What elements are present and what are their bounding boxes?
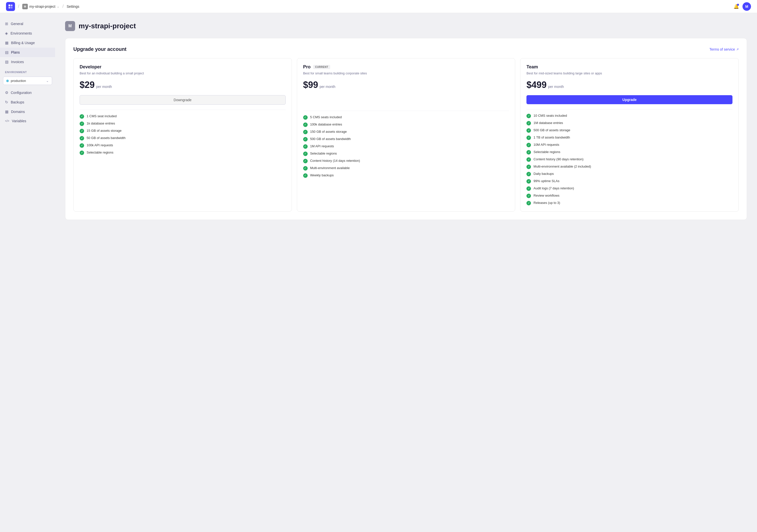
terms-of-service-link[interactable]: Terms of service ↗ — [710, 47, 739, 51]
plan-name-pro: Pro CURRENT — [303, 64, 509, 70]
topnav: / M my-strapi-project ⌄ / Settings 🔔 M — [0, 0, 757, 13]
feature-item: ✓ Content history (90 days retention) — [527, 157, 733, 162]
price-amount-team: $499 — [527, 79, 546, 90]
feature-item: ✓ 150 GB of assets storage — [303, 130, 509, 134]
billing-icon: ▦ — [5, 41, 9, 45]
plan-name-team: Team — [527, 64, 733, 70]
configuration-icon: ⚙ — [5, 90, 8, 95]
check-icon: ✓ — [527, 121, 531, 125]
user-avatar[interactable]: M — [742, 2, 751, 11]
sidebar-item-invoices[interactable]: ▧ Invoices — [0, 57, 55, 67]
downgrade-button[interactable]: Downgrade — [79, 95, 286, 105]
plan-card-developer: Developer Best for an individual buildin… — [73, 58, 292, 212]
check-icon: ✓ — [303, 151, 308, 156]
check-icon: ✓ — [79, 114, 84, 119]
feature-item: ✓ 1k database entries — [79, 121, 286, 126]
sidebar-item-variables[interactable]: </> Variables — [0, 116, 55, 125]
variables-icon: </> — [5, 119, 9, 123]
check-icon: ✓ — [303, 173, 308, 178]
check-icon: ✓ — [303, 137, 308, 141]
feature-item: ✓ 1M database entries — [527, 121, 733, 125]
feature-item: ✓ 100k API requests — [79, 143, 286, 148]
check-icon: ✓ — [527, 194, 531, 198]
check-icon: ✓ — [527, 179, 531, 184]
domains-icon: ▦ — [5, 110, 9, 114]
feature-item: ✓ 1 TB of assets bandwidth — [527, 135, 733, 140]
feature-item: ✓ 1 CMS seat included — [79, 114, 286, 119]
feature-item: ✓ 10M API requests — [527, 142, 733, 147]
page-title-row: M my-strapi-project — [65, 21, 747, 31]
feature-item: ✓ Selectable regions — [79, 150, 286, 155]
check-icon: ✓ — [527, 136, 531, 140]
svg-rect-1 — [11, 5, 13, 6]
sidebar-item-backups[interactable]: ↻ Backups — [0, 97, 55, 107]
check-icon: ✓ — [79, 143, 84, 148]
check-icon: ✓ — [527, 186, 531, 191]
feature-item: ✓ Daily backups — [527, 172, 733, 176]
env-select[interactable]: production ⌄ — [3, 77, 52, 85]
check-icon: ✓ — [527, 157, 531, 162]
check-icon: ✓ — [527, 165, 531, 169]
check-icon: ✓ — [79, 129, 84, 133]
plan-desc-pro: Best for small teams building corporate … — [303, 71, 509, 76]
project-name: my-strapi-project — [29, 5, 55, 9]
plans-header: Upgrade your account Terms of service ↗ — [73, 46, 739, 52]
settings-breadcrumb: Settings — [67, 5, 79, 9]
project-breadcrumb[interactable]: M my-strapi-project ⌄ — [22, 4, 59, 9]
project-icon: M — [22, 4, 28, 9]
feature-item: ✓ Review workflows — [527, 193, 733, 198]
sidebar-item-general[interactable]: ⊞ General — [0, 19, 55, 29]
plan-card-team: Team Best for mid-sized teams building l… — [520, 58, 739, 212]
check-icon: ✓ — [303, 122, 308, 127]
feature-item: ✓ Content history (14 days retention) — [303, 159, 509, 163]
upgrade-button[interactable]: Upgrade — [527, 95, 733, 104]
svg-rect-2 — [9, 7, 10, 9]
feature-item: ✓ Selectable regions — [527, 150, 733, 155]
check-icon: ✓ — [527, 201, 531, 205]
breadcrumb-sep-2: / — [62, 4, 64, 9]
plans-grid: Developer Best for an individual buildin… — [73, 58, 739, 212]
plan-price-developer: $29 per month — [79, 79, 286, 90]
notifications-button[interactable]: 🔔 — [734, 4, 739, 9]
plan-price-pro: $99 per month — [303, 79, 509, 90]
main-content: M my-strapi-project Upgrade your account… — [55, 13, 757, 532]
invoices-icon: ▧ — [5, 60, 9, 64]
check-icon: ✓ — [527, 172, 531, 176]
price-amount-pro: $99 — [303, 79, 318, 90]
price-period-developer: per month — [96, 85, 112, 89]
price-period-team: per month — [548, 85, 564, 89]
env-section-label: Environment — [0, 67, 55, 76]
feature-item: ✓ Multi-environment available (2 include… — [527, 164, 733, 169]
breadcrumb-sep-1: / — [18, 4, 19, 9]
layout: ⊞ General ◈ Environments ▦ Billing & Usa… — [0, 0, 757, 532]
feature-item: ✓ 10 CMS seats included — [527, 113, 733, 118]
plans-icon: ▤ — [5, 50, 9, 55]
feature-item: ✓ Weekly backups — [303, 173, 509, 178]
project-chevron-icon: ⌄ — [57, 5, 59, 8]
environments-icon: ◈ — [5, 31, 8, 36]
check-icon: ✓ — [527, 143, 531, 147]
sidebar-item-environments[interactable]: ◈ Environments — [0, 29, 55, 38]
check-icon: ✓ — [303, 115, 308, 120]
feature-item: ✓ 5 CMS seats included — [303, 115, 509, 120]
sidebar: ⊞ General ◈ Environments ▦ Billing & Usa… — [0, 13, 55, 532]
current-badge: CURRENT — [313, 65, 330, 69]
check-icon: ✓ — [79, 136, 84, 141]
sidebar-item-domains[interactable]: ▦ Domains — [0, 107, 55, 116]
plan-name-developer: Developer — [79, 64, 286, 70]
app-logo[interactable] — [6, 2, 15, 11]
feature-list-developer: ✓ 1 CMS seat included ✓ 1k database entr… — [79, 114, 286, 155]
feature-item: ✓ 1M API requests — [303, 144, 509, 149]
notification-dot — [737, 4, 739, 6]
check-icon: ✓ — [303, 159, 308, 163]
sidebar-item-plans[interactable]: ▤ Plans — [0, 47, 55, 57]
check-icon: ✓ — [527, 128, 531, 133]
divider-team — [527, 109, 733, 110]
sidebar-item-configuration[interactable]: ⚙ Configuration — [0, 88, 55, 97]
feature-list-team: ✓ 10 CMS seats included ✓ 1M database en… — [527, 113, 733, 205]
feature-item: ✓ 15 GB of assets storage — [79, 129, 286, 133]
check-icon: ✓ — [527, 114, 531, 118]
env-status-dot — [6, 79, 9, 82]
plan-desc-team: Best for mid-sized teams building large … — [527, 71, 733, 76]
sidebar-item-billing[interactable]: ▦ Billing & Usage — [0, 38, 55, 47]
